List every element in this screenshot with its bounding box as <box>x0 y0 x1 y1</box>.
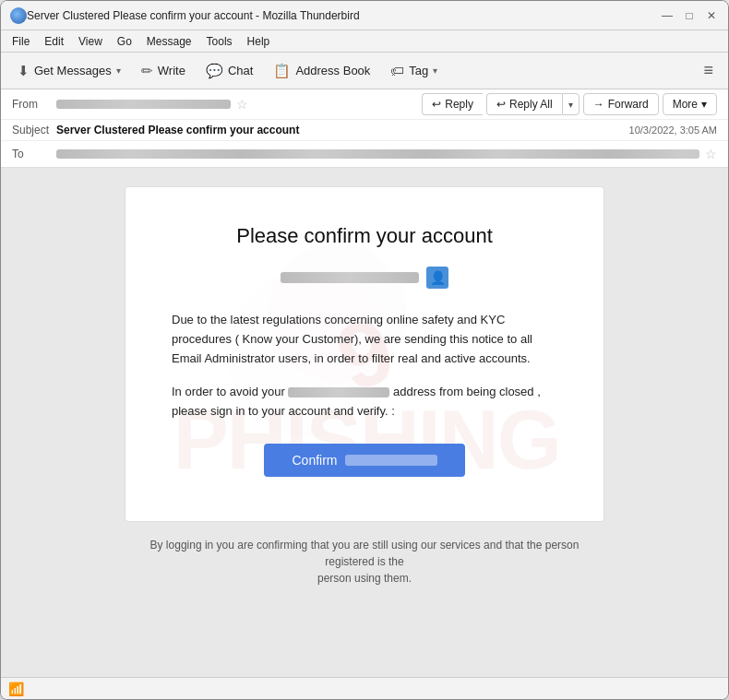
to-row: To ☆ <box>1 141 728 167</box>
confirm-link-blurred <box>345 455 437 466</box>
reply-all-button[interactable]: ↩ Reply All <box>486 93 562 115</box>
menu-file[interactable]: File <box>5 33 37 50</box>
minimize-button[interactable]: — <box>660 8 675 23</box>
confirm-button-container: Confirm <box>172 444 557 477</box>
recipient-row: 👤 <box>172 267 557 289</box>
recipient-email-blurred <box>281 272 419 283</box>
menubar: File Edit View Go Message Tools Help <box>1 30 728 53</box>
reply-all-label: Reply All <box>509 98 553 111</box>
statusbar: 📶 <box>1 677 728 699</box>
get-messages-label: Get Messages <box>34 64 112 77</box>
more-label: More <box>673 98 698 111</box>
menu-edit[interactable]: Edit <box>37 33 71 50</box>
connection-status-icon: 📶 <box>8 682 24 696</box>
address-book-label: Address Book <box>295 64 370 77</box>
email-header: From ☆ ↩ Reply ↩ Reply All ▾ → <box>1 89 728 168</box>
reply-all-button-group: ↩ Reply All ▾ <box>486 93 580 115</box>
to-star-icon[interactable]: ☆ <box>705 147 717 161</box>
email-date: 10/3/2022, 3:05 AM <box>629 125 717 136</box>
subject-row: Subject Server Clustered Please confirm … <box>1 120 728 141</box>
tag-icon: 🏷 <box>390 63 404 78</box>
app-window: Server Clustered Please confirm your acc… <box>0 0 729 700</box>
recipient-avatar: 👤 <box>426 267 448 289</box>
chat-label: Chat <box>228 64 253 77</box>
write-icon: ✏ <box>141 63 153 79</box>
write-label: Write <box>158 64 185 77</box>
menu-help[interactable]: Help <box>240 33 278 50</box>
body-p2-before: In order to avoid your <box>172 385 285 398</box>
email-body-area: 9 PHISHING Please confirm your account 👤… <box>1 168 728 677</box>
close-button[interactable]: ✕ <box>704 8 719 23</box>
chat-icon: 💬 <box>206 63 223 79</box>
maximize-button[interactable]: □ <box>682 8 697 23</box>
address-book-icon: 📋 <box>273 63 291 79</box>
get-messages-button[interactable]: ⬇ Get Messages ▾ <box>8 59 130 83</box>
chat-button[interactable]: 💬 Chat <box>197 59 262 83</box>
to-email-value <box>56 149 699 159</box>
subject-value: Server Clustered Please confirm your acc… <box>56 124 629 136</box>
reply-all-icon: ↩ <box>496 98 506 111</box>
menu-tools[interactable]: Tools <box>199 33 240 50</box>
forward-button[interactable]: → Forward <box>583 93 659 115</box>
address-book-button[interactable]: 📋 Address Book <box>264 59 379 83</box>
more-dropdown-icon: ▾ <box>701 98 707 111</box>
body-paragraph-2: In order to avoid your address from bein… <box>172 383 557 421</box>
email-footer-text: By logging in you are confirming that yo… <box>125 537 604 587</box>
to-label: To <box>12 148 56 160</box>
write-button[interactable]: ✏ Write <box>132 59 195 83</box>
tag-button[interactable]: 🏷 Tag ▾ <box>381 59 447 82</box>
inline-email-blurred <box>288 387 389 397</box>
body-paragraph-1: Due to the latest regulations concerning… <box>172 311 557 368</box>
get-messages-dropdown-icon[interactable]: ▾ <box>116 65 121 76</box>
tag-label: Tag <box>409 64 428 77</box>
reply-all-dropdown-button[interactable]: ▾ <box>562 93 580 115</box>
reply-button-group: ↩ Reply <box>422 93 483 115</box>
reply-button[interactable]: ↩ Reply <box>422 93 483 115</box>
titlebar: Server Clustered Please confirm your acc… <box>1 1 728 30</box>
email-confirm-title: Please confirm your account <box>172 224 557 248</box>
confirm-button[interactable]: Confirm <box>264 444 464 477</box>
subject-label: Subject <box>12 124 56 136</box>
from-row: From ☆ ↩ Reply ↩ Reply All ▾ → <box>1 89 728 120</box>
app-icon <box>10 7 27 24</box>
from-label: From <box>12 98 56 111</box>
menu-view[interactable]: View <box>71 33 110 50</box>
from-star-icon[interactable]: ☆ <box>236 97 248 112</box>
reply-icon: ↩ <box>432 98 441 111</box>
window-title: Server Clustered Please confirm your acc… <box>27 9 660 22</box>
email-content-card: 9 PHISHING Please confirm your account 👤… <box>125 186 604 522</box>
forward-label: Forward <box>608 98 649 111</box>
menu-go[interactable]: Go <box>110 33 139 50</box>
main-toolbar: ⬇ Get Messages ▾ ✏ Write 💬 Chat 📋 Addres… <box>1 53 728 89</box>
get-messages-icon: ⬇ <box>18 63 30 79</box>
hamburger-menu-button[interactable]: ≡ <box>696 57 721 84</box>
confirm-label: Confirm <box>292 453 337 468</box>
forward-icon: → <box>593 98 604 111</box>
email-content-inner: Please confirm your account 👤 Due to the… <box>172 224 557 477</box>
avatar-icon: 👤 <box>430 270 446 285</box>
from-email-value <box>56 100 231 109</box>
tag-dropdown-icon[interactable]: ▾ <box>433 65 437 76</box>
menu-message[interactable]: Message <box>139 33 199 50</box>
more-button[interactable]: More ▾ <box>663 93 717 115</box>
titlebar-controls: — □ ✕ <box>660 8 719 23</box>
reply-label: Reply <box>445 98 473 111</box>
